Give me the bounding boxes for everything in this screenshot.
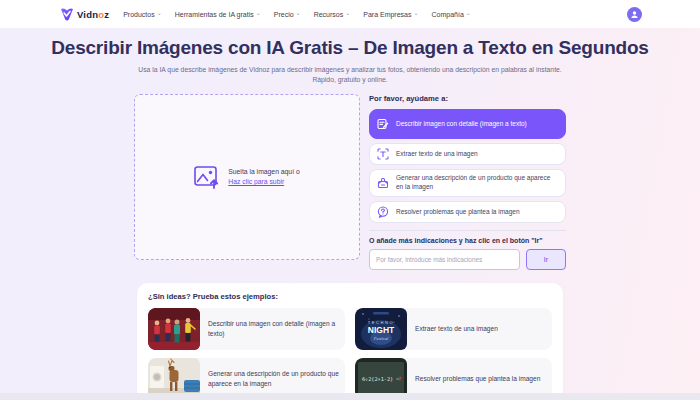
example-describe-image[interactable]: Describir una imagen con detalle (imagen… xyxy=(148,308,345,350)
svg-text:TECHNO: TECHNO xyxy=(368,319,395,324)
examples-panel: ¿Sin ideas? Prueba estos ejemplos: xyxy=(137,283,563,400)
examples-heading: ¿Sin ideas? Prueba estos ejemplos: xyxy=(148,292,552,301)
option-label: Generar una descripción de un producto q… xyxy=(396,174,558,192)
svg-text:Festival: Festival xyxy=(373,335,389,340)
menu-item-productos[interactable]: Productos⌄ xyxy=(123,11,162,18)
page-subtitle: Usa la IA que describe imágenes de Vidno… xyxy=(127,65,573,85)
person-icon xyxy=(630,10,639,19)
upload-image-icon xyxy=(194,166,221,189)
dropzone-text: Suelta la imagen aquí o xyxy=(228,168,299,175)
vidnoz-logo[interactable]: Vidnoz xyxy=(60,7,109,21)
option-label: Describir imagen con detalle (imagen a t… xyxy=(396,120,527,129)
vidnoz-logo-icon xyxy=(60,7,74,21)
example-label: Resolver problemas que plantea la imagen xyxy=(415,374,546,384)
prompt-heading: O añade más indicaciones y haz clic en e… xyxy=(369,237,566,244)
menu-item-recursos[interactable]: Recursos⌄ xyxy=(314,11,351,18)
product-box-icon xyxy=(377,177,389,189)
menu-item-herramientas[interactable]: Herramientas de IA gratis⌄ xyxy=(175,11,261,18)
example-label: Describir una imagen con detalle (imagen… xyxy=(208,319,345,338)
option-describe-image[interactable]: Describir imagen con detalle (imagen a t… xyxy=(369,109,566,139)
soccer-match-photo xyxy=(148,308,200,350)
chevron-down-icon: ⌄ xyxy=(466,10,471,16)
edit-document-icon xyxy=(377,118,389,130)
image-dropzone[interactable]: Suelta la imagen aquí o Haz clic para su… xyxy=(134,94,360,260)
upload-link[interactable]: Haz clic para subir xyxy=(228,178,284,185)
svg-text:?: ? xyxy=(398,376,401,382)
option-product-description[interactable]: Generar una descripción de un producto q… xyxy=(369,169,566,197)
user-avatar[interactable] xyxy=(627,7,642,22)
svg-text:NIGHT: NIGHT xyxy=(368,325,395,335)
footer-strip xyxy=(0,393,700,400)
prompt-input[interactable] xyxy=(369,249,520,270)
option-extract-text[interactable]: Extraer texto de una imagen xyxy=(369,143,566,165)
chevron-down-icon: ⌄ xyxy=(345,10,350,16)
text-scan-icon xyxy=(377,148,389,160)
question-bubble-icon xyxy=(377,206,389,218)
option-solve-problems[interactable]: Resolver problemas que plantea la imagen xyxy=(369,201,566,223)
techno-night-poster: TECHNO NIGHT Festival xyxy=(355,308,407,350)
menu-item-precio[interactable]: Precio⌄ xyxy=(274,11,301,18)
chevron-down-icon: ⌄ xyxy=(296,10,301,16)
menu-item-para-empresas[interactable]: Para Empresas⌄ xyxy=(363,11,418,18)
main-menu: Productos⌄ Herramientas de IA gratis⌄ Pr… xyxy=(123,11,471,18)
divider xyxy=(369,230,566,231)
svg-text:6÷2(2+1-2) =: 6÷2(2+1-2) = xyxy=(362,376,399,382)
example-extract-text[interactable]: TECHNO NIGHT Festival Extraer texto de u… xyxy=(355,308,552,350)
option-label: Extraer texto de una imagen xyxy=(396,150,478,159)
chevron-down-icon: ⌄ xyxy=(157,10,162,16)
go-button[interactable]: Ir xyxy=(526,249,566,270)
option-label: Resolver problemas que plantea la imagen xyxy=(396,208,520,217)
helper-heading: Por favor, ayúdame a: xyxy=(369,94,566,103)
page-title: Describir Imágenes con IA Gratis – De Im… xyxy=(0,37,700,59)
task-options: Describir imagen con detalle (imagen a t… xyxy=(369,109,566,223)
chevron-down-icon: ⌄ xyxy=(256,10,261,16)
menu-item-compania[interactable]: Compañía⌄ xyxy=(432,11,471,18)
example-label: Generar una descripción de un producto q… xyxy=(208,369,345,388)
example-label: Extraer texto de una imagen xyxy=(415,324,504,334)
top-navigation: Vidnoz Productos⌄ Herramientas de IA gra… xyxy=(0,0,700,28)
chevron-down-icon: ⌄ xyxy=(414,10,419,16)
vidnoz-logo-text: Vidnoz xyxy=(77,9,109,20)
